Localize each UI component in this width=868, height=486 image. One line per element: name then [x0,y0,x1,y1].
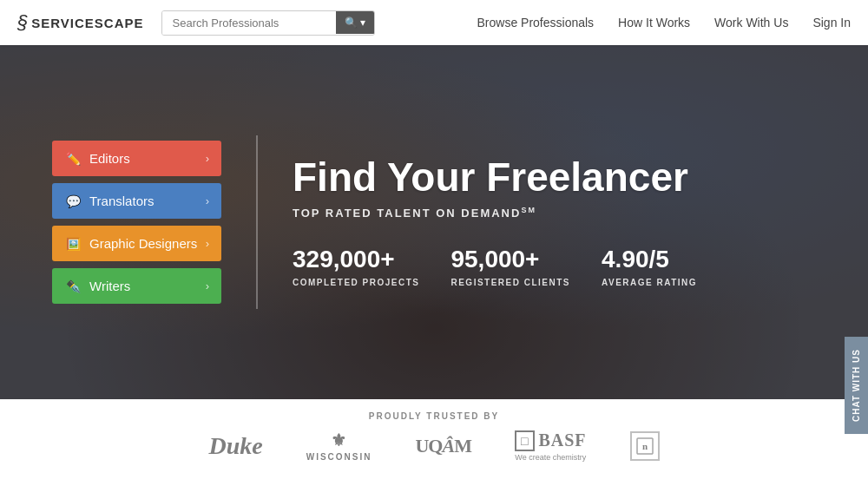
main-nav: Browse Professionals How It Works Work W… [477,16,851,30]
designers-label: Graphic Designers [89,236,197,251]
trusted-logo-duke: Duke [208,432,262,460]
stat-rating-label: AVERAGE RATING [602,278,697,287]
editors-arrow-icon: › [206,152,209,165]
stat-rating-number: 4.90/5 [602,246,697,273]
trusted-section: PROUDLY TRUSTED BY Duke ⚜ WISCONSIN UQÂM… [0,399,868,486]
trusted-logo-wisconsin: ⚜ WISCONSIN [306,430,372,462]
trusted-logo-uqam: UQÂM [415,435,470,457]
translators-arrow-icon: › [206,194,209,207]
editors-icon: ✏️ [66,152,81,166]
category-list: ✏️ Editors › 💬 Translators › 🖼️ Graphic … [52,141,221,304]
stat-registered-clients: 95,000+ REGISTERED CLIENTS [450,246,570,289]
writers-label: Writers [89,279,130,293]
chat-button[interactable]: Chat With Us [845,337,868,434]
nav-browse-professionals[interactable]: Browse Professionals [477,16,594,30]
site-header: § SERVICESCAPE 🔍 ▾ Browse Professionals … [0,0,868,45]
nav-sign-in[interactable]: Sign In [812,16,851,30]
category-designers-button[interactable]: 🖼️ Graphic Designers › [52,226,221,261]
logo-link[interactable]: § SERVICESCAPE [17,11,144,34]
hero-stats: 329,000+ COMPLETED PROJECTS 95,000+ REGI… [293,246,697,289]
search-icon: 🔍 [345,16,358,29]
wisconsin-crest-icon: ⚜ [331,430,347,450]
designers-arrow-icon: › [206,237,209,250]
editors-label: Editors [89,151,130,166]
translators-label: Translators [89,194,154,208]
trusted-logo-basf: □ BASF We create chemistry [515,430,587,462]
logo-icon: § [17,11,28,34]
search-dropdown-arrow: ▾ [360,16,365,29]
search-input[interactable] [162,11,336,35]
stat-clients-label: REGISTERED CLIENTS [450,278,570,287]
hero-content: ✏️ Editors › 💬 Translators › 🖼️ Graphic … [0,45,868,399]
stat-completed-label: COMPLETED PROJECTS [293,278,419,287]
search-button[interactable]: 🔍 ▾ [336,11,374,34]
hero-subtitle: TOP RATED TALENT ON DEMANDSM [293,206,697,220]
trusted-logo-other: n [630,431,660,461]
stat-average-rating: 4.90/5 AVERAGE RATING [602,246,697,289]
stat-completed-projects: 329,000+ COMPLETED PROJECTS [293,246,419,289]
writers-arrow-icon: › [206,279,209,292]
nav-how-it-works[interactable]: How It Works [618,16,690,30]
category-writers-button[interactable]: ✒️ Writers › [52,268,221,304]
logo-text: SERVICESCAPE [31,16,143,30]
stat-clients-number: 95,000+ [450,246,570,273]
hero-section: ✏️ Editors › 💬 Translators › 🖼️ Graphic … [0,45,868,399]
designers-icon: 🖼️ [66,237,81,251]
search-wrapper: 🔍 ▾ [161,10,375,36]
stat-completed-number: 329,000+ [293,246,419,273]
category-editors-button[interactable]: ✏️ Editors › [52,141,221,176]
hero-title: Find Your Freelancer [293,155,697,200]
trusted-logos: Duke ⚜ WISCONSIN UQÂM □ BASF We create c… [0,430,868,462]
other-logo-icon: n [636,437,654,455]
translators-icon: 💬 [66,194,81,208]
category-translators-button[interactable]: 💬 Translators › [52,183,221,219]
nav-work-with-us[interactable]: Work With Us [714,16,788,30]
svg-text:n: n [641,441,647,451]
writers-icon: ✒️ [66,279,81,293]
trusted-header: PROUDLY TRUSTED BY [0,399,868,430]
hero-divider [256,135,258,309]
hero-text-block: Find Your Freelancer TOP RATED TALENT ON… [293,155,697,290]
